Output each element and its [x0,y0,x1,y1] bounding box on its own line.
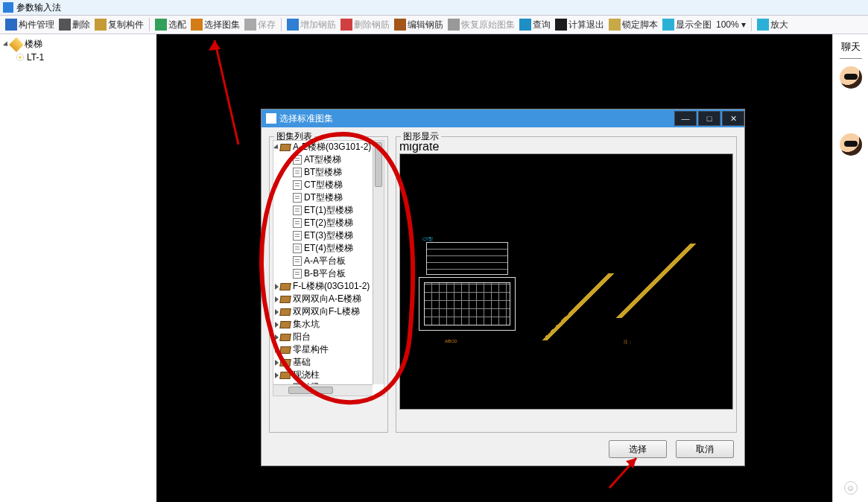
config-button[interactable]: 选配 [155,19,186,31]
node-icon [16,54,24,61]
search-icon [519,19,531,31]
query-button[interactable]: 查询 [519,19,551,31]
select-button[interactable]: 选择 [609,440,667,458]
caret-icon [275,284,279,290]
tree-group[interactable]: A-E楼梯(03G101-2) [273,141,384,153]
minimize-button[interactable]: — [674,111,697,126]
book-icon [279,296,291,303]
tree-group[interactable]: 双网双向F-L楼梯 [273,305,384,318]
caret-icon [275,372,279,378]
separator [149,18,150,31]
tree-root[interactable]: 楼梯 [1,37,155,51]
caret-icon [275,309,279,315]
tree-group[interactable]: 阳台 [273,331,384,343]
tree-root-label: 楼梯 [25,38,42,51]
list-panel: 图集列表 A-E楼梯(03G101-2) AT型楼梯 BT型楼梯 CT型楼梯 D… [269,136,388,433]
drawing-plan [419,277,516,331]
tree-group[interactable]: F-L楼梯(03G101-2) [273,280,384,293]
plus-icon [287,19,299,31]
hscrollbar[interactable] [273,384,373,395]
pencil-icon [394,19,406,31]
dialog-title: 选择标准图集 [279,112,333,125]
avatar[interactable] [840,133,862,156]
drawing-stair [601,244,720,318]
book-icon [191,19,203,31]
minus-icon [340,19,352,31]
zoom-in-button[interactable]: 放大 [757,19,788,31]
tree-child-label: LT-1 [27,52,44,63]
lock-button[interactable]: 锁定脚本 [609,19,658,31]
scroll-thumb[interactable] [288,387,333,394]
page-icon [293,218,302,228]
drawing-table [426,242,508,275]
preview-canvas[interactable]: CT型 ABCD 注： [399,153,733,410]
edit-rebar-button[interactable]: 编辑钢筋 [394,19,443,31]
save-button[interactable]: 保存 [244,19,276,31]
book-icon [279,144,291,151]
page-icon [293,256,302,266]
book-icon [279,359,291,366]
tree-item[interactable]: ET(4)型楼梯 [273,242,384,255]
separator [281,18,282,31]
select-atlas-button[interactable]: 选择图集 [191,19,240,31]
x-icon [59,19,71,31]
book-icon [279,321,291,328]
tree-group[interactable]: 集水坑 [273,318,384,331]
tree-group[interactable]: 零星构件 [273,343,384,356]
full-view-button[interactable]: 显示全图 [662,19,712,31]
tree-item[interactable]: ET(1)型楼梯 [273,204,384,217]
grid-icon [5,19,17,31]
tree-group[interactable]: 现浇柱 [273,369,384,381]
book-icon [279,334,291,341]
tree-item[interactable]: DT型楼梯 [273,191,384,204]
drawing-text: ABCD [445,339,457,343]
tree-item[interactable]: A-A平台板 [273,255,384,267]
tree-item[interactable]: B-B平台板 [273,267,384,280]
dialog-titlebar[interactable]: 选择标准图集 — □ ✕ [262,109,744,127]
tree-item[interactable]: BT型楼梯 [273,166,384,179]
copy-button[interactable]: 复制构件 [95,19,144,31]
copy-icon [95,19,107,31]
manage-button[interactable]: 构件管理 [5,19,54,31]
zoom-value[interactable]: 100%▾ [716,19,746,30]
chat-title: 聊天 [841,34,861,57]
delete-button[interactable]: 删除 [59,19,90,31]
drawing-text: CT型 [422,236,433,243]
page-icon [293,155,302,165]
app-title: 参数输入法 [16,1,61,14]
drawing-text: 注： [624,339,633,346]
add-rebar-button[interactable]: 增加钢筋 [287,19,336,31]
chat-panel: 聊天 ☺ [832,34,868,502]
tree-item[interactable]: ET(2)型楼梯 [273,217,384,229]
restore-icon [448,19,460,31]
close-button[interactable]: ✕ [722,111,744,126]
page-icon [293,244,302,253]
tree-group[interactable]: 基础 [273,356,384,369]
maximize-button[interactable]: □ [698,111,720,126]
vscrollbar[interactable] [373,141,384,384]
app-icon [3,2,13,13]
scroll-thumb[interactable] [375,142,382,187]
preview-panel-label: 图形显示 [401,130,441,143]
avatar[interactable] [840,66,862,89]
dialog-icon [266,113,276,124]
del-rebar-button[interactable]: 删除钢筋 [340,19,390,31]
zoom-in-icon [757,19,769,31]
book-icon [279,372,291,379]
calc-button[interactable]: 计算退出 [555,19,604,31]
save-icon [244,19,256,31]
page-icon [293,269,302,279]
caret-icon [275,347,279,353]
atlas-tree[interactable]: A-E楼梯(03G101-2) AT型楼梯 BT型楼梯 CT型楼梯 DT型楼梯 … [273,140,384,396]
tree-item[interactable]: ET(3)型楼梯 [273,229,384,242]
restore-button[interactable]: 恢复原始图集 [448,19,515,31]
tree-group[interactable]: 双网双向A-E楼梯 [273,293,384,305]
emoji-icon[interactable]: ☺ [844,481,858,495]
cancel-button[interactable]: 取消 [676,440,734,458]
page-icon [293,180,302,190]
tree-item[interactable]: CT型楼梯 [273,179,384,191]
tree-child[interactable]: LT-1 [1,51,155,63]
fx-icon [555,19,567,31]
tree-item[interactable]: AT型楼梯 [273,153,384,166]
caret-icon [275,296,279,302]
